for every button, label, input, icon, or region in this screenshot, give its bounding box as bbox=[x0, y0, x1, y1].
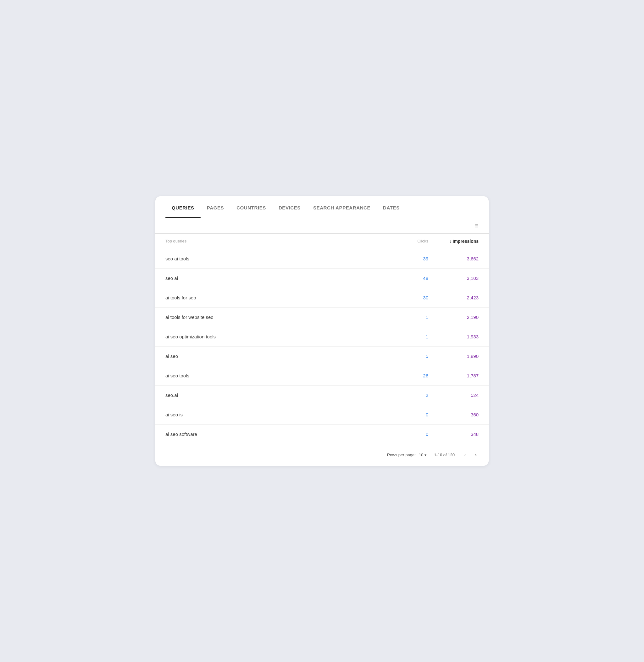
table-row[interactable]: ai seo software 0 348 bbox=[155, 425, 489, 444]
tab-search-appearance[interactable]: SEARCH APPEARANCE bbox=[307, 196, 377, 218]
pagination-bar: Rows per page: 10 ▾ 1-10 of 120 ‹ › bbox=[155, 444, 489, 466]
rows-per-page-control: Rows per page: 10 ▾ bbox=[387, 453, 427, 457]
header-impressions[interactable]: ↓ Impressions bbox=[428, 239, 479, 244]
rows-per-page-label: Rows per page: bbox=[387, 453, 416, 457]
page-navigation: ‹ › bbox=[462, 450, 479, 459]
chevron-down-icon: ▾ bbox=[424, 453, 427, 457]
tab-queries[interactable]: QUERIES bbox=[165, 196, 201, 218]
sort-arrow-icon: ↓ bbox=[450, 239, 452, 244]
next-page-button[interactable]: › bbox=[473, 450, 479, 459]
table-header: Top queries Clicks ↓ Impressions bbox=[155, 234, 489, 249]
rows-per-page-select[interactable]: 10 ▾ bbox=[419, 453, 427, 457]
table-row[interactable]: ai tools for seo 30 2,423 bbox=[155, 288, 489, 307]
header-clicks: Clicks bbox=[384, 239, 428, 244]
table-row[interactable]: seo.ai 2 524 bbox=[155, 386, 489, 405]
rows-per-page-value: 10 bbox=[419, 453, 423, 457]
table-row[interactable]: seo ai tools 39 3,662 bbox=[155, 249, 489, 269]
prev-page-button[interactable]: ‹ bbox=[462, 450, 468, 459]
table-row[interactable]: seo ai 48 3,103 bbox=[155, 269, 489, 288]
header-query: Top queries bbox=[165, 239, 384, 244]
queries-table: Top queries Clicks ↓ Impressions seo ai … bbox=[155, 234, 489, 444]
page-info: 1-10 of 120 bbox=[434, 453, 455, 457]
filter-bar: ≡ bbox=[155, 218, 489, 234]
tab-pages[interactable]: PAGES bbox=[201, 196, 230, 218]
table-row[interactable]: ai tools for website seo 1 2,190 bbox=[155, 307, 489, 327]
table-row[interactable]: ai seo is 0 360 bbox=[155, 405, 489, 425]
table-row[interactable]: ai seo tools 26 1,787 bbox=[155, 366, 489, 386]
table-row[interactable]: ai seo 5 1,890 bbox=[155, 347, 489, 366]
tab-countries[interactable]: COUNTRIES bbox=[230, 196, 272, 218]
table-row[interactable]: ai seo optimization tools 1 1,933 bbox=[155, 327, 489, 347]
tab-devices[interactable]: DEVICES bbox=[272, 196, 307, 218]
tab-bar: QUERIES PAGES COUNTRIES DEVICES SEARCH A… bbox=[155, 196, 489, 218]
filter-icon[interactable]: ≡ bbox=[475, 223, 479, 229]
tab-dates[interactable]: DATES bbox=[377, 196, 406, 218]
main-card: QUERIES PAGES COUNTRIES DEVICES SEARCH A… bbox=[155, 196, 489, 466]
